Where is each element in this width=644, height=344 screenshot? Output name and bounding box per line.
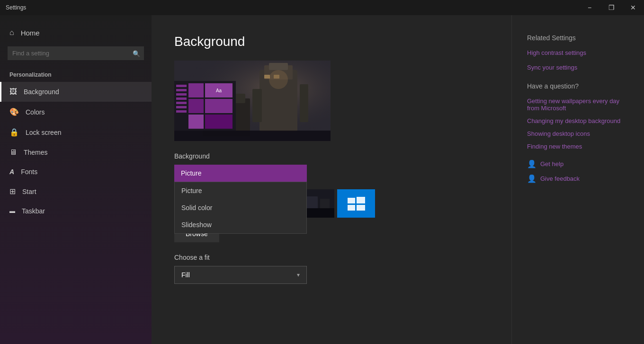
- sidebar-item-colors[interactable]: 🎨 Colors: [0, 102, 152, 122]
- help-icon: 👤: [527, 159, 537, 168]
- preview-taskbar: [174, 131, 331, 141]
- search-box[interactable]: 🔍: [8, 46, 144, 60]
- give-feedback-label[interactable]: Give feedback: [540, 175, 580, 182]
- have-question-label: Have a question?: [527, 82, 629, 90]
- home-label: Home: [21, 29, 40, 37]
- option-picture[interactable]: Picture: [175, 182, 306, 199]
- sidebar-lockscreen-label: Lock screen: [26, 129, 61, 136]
- sidebar-section-label: Personalization: [0, 64, 152, 82]
- window-controls: − ❐ ✕: [579, 0, 644, 15]
- sidebar-item-taskbar[interactable]: ▬ Taskbar: [0, 202, 152, 221]
- app-title: Settings: [6, 4, 26, 11]
- title-bar: Settings − ❐ ✕: [0, 0, 644, 15]
- sync-settings-link[interactable]: Sync your settings: [527, 64, 629, 71]
- svg-rect-34: [357, 205, 365, 211]
- option-solid-color[interactable]: Solid color: [175, 199, 306, 216]
- change-desktop-link[interactable]: Changing my desktop background: [527, 117, 629, 124]
- sidebar-taskbar-label: Taskbar: [22, 207, 45, 215]
- sidebar-colors-label: Colors: [26, 108, 45, 116]
- themes-icon: 🖥: [9, 148, 17, 157]
- colors-icon: 🎨: [9, 107, 19, 116]
- start-icon: ⊞: [9, 187, 16, 196]
- sidebar-item-start[interactable]: ⊞ Start: [0, 181, 152, 202]
- sidebar-start-label: Start: [22, 188, 36, 195]
- search-icon: 🔍: [133, 50, 140, 57]
- sidebar-item-themes[interactable]: 🖥 Themes: [0, 142, 152, 162]
- svg-rect-4: [269, 63, 288, 70]
- sidebar-themes-label: Themes: [24, 149, 48, 156]
- search-input[interactable]: [8, 46, 144, 60]
- get-help-label[interactable]: Get help: [540, 160, 564, 168]
- sidebar-fonts-label: Fonts: [21, 168, 37, 176]
- svg-rect-7: [264, 75, 270, 79]
- choose-fit-label: Choose a fit: [174, 254, 489, 261]
- sidebar-item-fonts[interactable]: A Fonts: [0, 162, 152, 181]
- right-panel: Related Settings High contrast settings …: [511, 15, 644, 344]
- option-slideshow[interactable]: Slideshow: [175, 216, 306, 233]
- related-settings-title: Related Settings: [527, 34, 629, 42]
- sidebar-item-lock-screen[interactable]: 🔒 Lock screen: [0, 122, 152, 142]
- page-title: Background: [174, 34, 489, 49]
- give-feedback-row[interactable]: 👤 Give feedback: [527, 174, 629, 183]
- lock-icon: 🔒: [9, 128, 19, 137]
- close-button[interactable]: ✕: [622, 0, 644, 15]
- sidebar: ⌂ Home 🔍 Personalization 🖼 Background 🎨 …: [0, 15, 152, 344]
- desktop-icons-link[interactable]: Showing desktop icons: [527, 130, 629, 137]
- background-dropdown-container: Picture Picture Solid color Slideshow: [174, 165, 307, 182]
- preview-container: Aa: [174, 61, 331, 141]
- sidebar-item-background[interactable]: 🖼 Background: [0, 82, 152, 102]
- fit-value: Fill: [181, 271, 190, 279]
- fit-dropdown[interactable]: Fill ▾: [174, 266, 307, 284]
- thumbnail-5[interactable]: [337, 189, 375, 218]
- svg-rect-30: [337, 189, 375, 218]
- background-label: Background: [174, 152, 489, 160]
- new-wallpapers-link[interactable]: Getting new wallpapers every day from Mi…: [527, 97, 629, 112]
- preview-start-menu: Aa: [174, 81, 236, 131]
- maximize-button[interactable]: ❐: [600, 0, 622, 15]
- preview-sidebar-lines: [176, 85, 187, 115]
- action-section: 👤 Get help 👤 Give feedback: [527, 159, 629, 183]
- main-content: Background: [152, 15, 511, 344]
- chevron-down-icon: ▾: [297, 272, 300, 278]
- fonts-icon: A: [9, 168, 14, 176]
- background-icon: 🖼: [9, 88, 17, 96]
- sidebar-background-label: Background: [24, 88, 59, 96]
- svg-rect-31: [348, 198, 355, 203]
- high-contrast-link[interactable]: High contrast settings: [527, 49, 629, 56]
- get-help-row[interactable]: 👤 Get help: [527, 159, 629, 168]
- home-icon: ⌂: [9, 28, 14, 37]
- minimize-button[interactable]: −: [579, 0, 600, 15]
- taskbar-icon: ▬: [9, 208, 15, 214]
- svg-rect-33: [348, 205, 355, 211]
- preview-tiles: Aa: [188, 83, 233, 129]
- svg-rect-5: [252, 89, 262, 122]
- feedback-icon: 👤: [527, 174, 537, 183]
- svg-rect-6: [300, 84, 308, 122]
- new-themes-link[interactable]: Finding new themes: [527, 143, 629, 150]
- background-dropdown-selected[interactable]: Picture: [174, 165, 307, 182]
- svg-point-12: [269, 70, 288, 89]
- background-dropdown-menu: Picture Solid color Slideshow: [174, 182, 307, 234]
- preview-wallpaper: Aa: [174, 61, 331, 141]
- home-nav-item[interactable]: ⌂ Home: [0, 23, 152, 43]
- svg-rect-32: [357, 197, 365, 203]
